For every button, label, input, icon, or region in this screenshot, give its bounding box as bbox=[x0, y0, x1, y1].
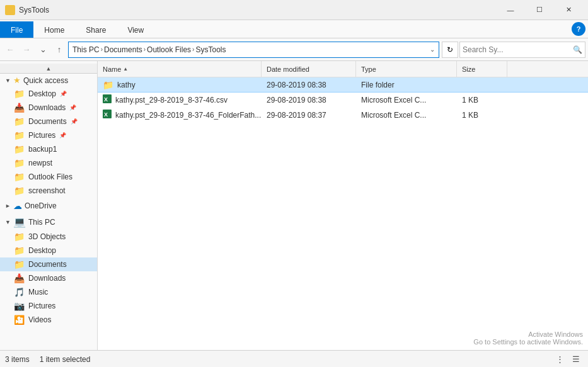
chevron-icon: ▼ bbox=[5, 77, 11, 84]
ribbon: File Home Share View ? bbox=[0, 20, 588, 38]
breadcrumb-systools[interactable]: SysTools bbox=[195, 45, 226, 54]
sidebar-item-newpst[interactable]: 📁 newpst bbox=[0, 156, 97, 170]
tab-home[interactable]: Home bbox=[33, 21, 75, 38]
sidebar-item-3d-objects[interactable]: 📁 3D Objects bbox=[0, 230, 97, 244]
tab-view[interactable]: View bbox=[117, 21, 154, 38]
chevron-icon: ▼ bbox=[5, 219, 11, 225]
sidebar-item-label: Videos bbox=[28, 315, 51, 324]
table-row[interactable]: X kathy.pst_29-8-2019_8-37-46.csv 29-08-… bbox=[98, 93, 588, 108]
sidebar-item-pictures-pc[interactable]: 📷 Pictures bbox=[0, 299, 97, 313]
sidebar-scroll-up[interactable]: ▲ bbox=[0, 64, 97, 74]
file-type-cell: Microsoft Excel C... bbox=[356, 108, 457, 122]
status-bar: 3 items 1 item selected ⋮ ☰ bbox=[0, 350, 588, 367]
sidebar-item-screenshot[interactable]: 📁 screenshot bbox=[0, 184, 97, 198]
table-row[interactable]: 📁 kathy 29-08-2019 08:38 File folder bbox=[98, 77, 588, 93]
sidebar-header-onedrive[interactable]: ► ☁ OneDrive bbox=[0, 199, 97, 213]
view-icons-button[interactable]: ⋮ bbox=[553, 353, 567, 366]
thispc-label: This PC bbox=[28, 218, 55, 227]
sidebar-item-label: Music bbox=[28, 288, 48, 296]
sidebar-item-downloads-pc[interactable]: 📥 Downloads bbox=[0, 271, 97, 285]
sidebar-section-quick-access: ▼ ★ Quick access 📁 Desktop 📌 📥 Downloads… bbox=[0, 74, 97, 198]
selected-count: 1 item selected bbox=[40, 355, 91, 364]
close-button[interactable]: ✕ bbox=[554, 0, 583, 20]
folder-icon: 🎦 bbox=[14, 315, 25, 325]
col-header-name[interactable]: Name ▲ bbox=[98, 61, 262, 77]
ribbon-tabs: File Home Share View ? bbox=[0, 20, 588, 38]
pin-icon: 📌 bbox=[60, 91, 67, 97]
window-controls: — ☐ ✕ bbox=[496, 0, 583, 20]
maximize-button[interactable]: ☐ bbox=[525, 0, 554, 20]
folder-icon: 📥 bbox=[14, 103, 25, 113]
col-header-date[interactable]: Date modified bbox=[262, 61, 356, 77]
sidebar-header-thispc[interactable]: ▼ 💻 This PC bbox=[0, 214, 97, 230]
sidebar-item-label: Downloads bbox=[28, 274, 66, 283]
sidebar-item-documents-pc[interactable]: 📁 Documents bbox=[0, 257, 97, 271]
help-button[interactable]: ? bbox=[572, 22, 585, 36]
sidebar-item-label: Documents bbox=[28, 260, 67, 269]
address-dropdown-button[interactable]: ⌄ bbox=[430, 46, 435, 53]
file-name-cell: X kathy.pst_29-8-2019_8-37-46.csv bbox=[98, 93, 262, 107]
sidebar-item-label: Pictures bbox=[28, 302, 55, 310]
quick-access-label: Quick access bbox=[23, 76, 68, 85]
file-name-cell: 📁 kathy bbox=[98, 77, 262, 92]
folder-icon: 📁 bbox=[14, 259, 25, 269]
file-type-cell: File folder bbox=[356, 77, 457, 92]
file-area: Name ▲ Date modified Type Size 📁 kathy bbox=[98, 61, 588, 350]
sidebar-item-downloads-quick[interactable]: 📥 Downloads 📌 bbox=[0, 101, 97, 115]
folder-icon: 📁 bbox=[14, 89, 25, 99]
folder-icon: 📁 bbox=[14, 144, 25, 154]
up-button[interactable]: ↑ bbox=[52, 42, 67, 57]
svg-text:X: X bbox=[104, 111, 108, 118]
sidebar-item-desktop-pc[interactable]: 📁 Desktop bbox=[0, 244, 97, 257]
sidebar-item-outlook-files[interactable]: 📁 Outlook Files bbox=[0, 170, 97, 184]
search-box[interactable]: 🔍 bbox=[459, 42, 585, 58]
forward-button[interactable]: → bbox=[19, 42, 34, 57]
file-name: kathy bbox=[117, 81, 135, 89]
col-header-size[interactable]: Size bbox=[457, 61, 507, 77]
folder-icon: 📁 bbox=[14, 130, 25, 140]
file-name-cell: X kathy.pst_29-8-2019_8-37-46_FolderFath… bbox=[98, 108, 262, 122]
col-header-type[interactable]: Type bbox=[356, 61, 457, 77]
sidebar-section-thispc: ▼ 💻 This PC 📁 3D Objects 📁 Desktop 📁 Doc… bbox=[0, 214, 97, 327]
sidebar-item-music[interactable]: 🎵 Music bbox=[0, 285, 97, 299]
file-list: 📁 kathy 29-08-2019 08:38 File folder bbox=[98, 77, 588, 350]
recent-locations-button[interactable]: ⌄ bbox=[35, 42, 50, 57]
sidebar-header-quick-access[interactable]: ▼ ★ Quick access bbox=[0, 74, 97, 87]
tab-share[interactable]: Share bbox=[75, 21, 117, 38]
folder-icon: 📥 bbox=[14, 273, 25, 283]
pin-icon: 📌 bbox=[69, 104, 76, 111]
sidebar-item-videos[interactable]: 🎦 Videos bbox=[0, 313, 97, 327]
breadcrumb: This PC › Documents › Outlook Files › Sy… bbox=[72, 45, 226, 54]
table-row[interactable]: X kathy.pst_29-8-2019_8-37-46_FolderFath… bbox=[98, 108, 588, 123]
sidebar-item-label: 3D Objects bbox=[28, 232, 66, 241]
pin-icon: 📌 bbox=[71, 118, 78, 125]
file-size-cell: 1 KB bbox=[457, 93, 507, 107]
sidebar-item-label: screenshot bbox=[28, 186, 66, 195]
sidebar-item-label: Pictures bbox=[28, 131, 55, 140]
file-name: kathy.pst_29-8-2019_8-37-46_FolderFath..… bbox=[115, 111, 261, 120]
address-box[interactable]: This PC › Documents › Outlook Files › Sy… bbox=[68, 42, 439, 58]
file-date-cell: 29-08-2019 08:38 bbox=[262, 77, 356, 92]
item-count: 3 items bbox=[5, 355, 30, 364]
sidebar: ▲ ▼ ★ Quick access 📁 Desktop 📌 📥 Downloa… bbox=[0, 61, 98, 350]
sidebar-item-documents-quick[interactable]: 📁 Documents 📌 bbox=[0, 115, 97, 128]
back-button[interactable]: ← bbox=[3, 42, 18, 57]
svg-text:X: X bbox=[104, 96, 108, 103]
excel-icon: X bbox=[103, 110, 112, 120]
sidebar-item-desktop-quick[interactable]: 📁 Desktop 📌 bbox=[0, 87, 97, 101]
chevron-icon: ► bbox=[5, 203, 11, 209]
tab-file[interactable]: File bbox=[0, 21, 33, 38]
sidebar-item-label: backup1 bbox=[28, 145, 57, 154]
search-input[interactable] bbox=[463, 45, 570, 54]
view-list-button[interactable]: ☰ bbox=[569, 353, 583, 366]
sidebar-item-pictures-quick[interactable]: 📁 Pictures 📌 bbox=[0, 128, 97, 142]
breadcrumb-outlook-files[interactable]: Outlook Files bbox=[147, 45, 191, 54]
pin-icon: 📌 bbox=[59, 132, 66, 138]
sidebar-item-label: Desktop bbox=[28, 246, 56, 255]
titlebar: SysTools — ☐ ✕ bbox=[0, 0, 588, 20]
sidebar-item-backup1[interactable]: 📁 backup1 bbox=[0, 142, 97, 156]
minimize-button[interactable]: — bbox=[496, 0, 525, 20]
refresh-button[interactable]: ↻ bbox=[442, 42, 458, 58]
breadcrumb-documents[interactable]: Documents bbox=[104, 45, 142, 54]
breadcrumb-thispc[interactable]: This PC bbox=[72, 45, 100, 54]
